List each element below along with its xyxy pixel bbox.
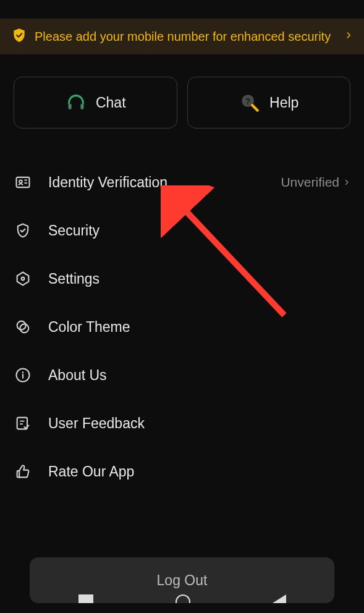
security-item[interactable]: Security [14,206,350,255]
menu-label: User Feedback [48,415,350,432]
help-label: Help [269,95,298,111]
back-icon[interactable] [273,594,286,603]
identity-status: Unverified [281,175,350,190]
menu-label: About Us [48,367,350,384]
menu-label: Identity Verification [48,174,265,191]
id-card-icon [14,173,32,192]
overlap-circles-icon [14,318,32,336]
svg-rect-18 [17,418,27,429]
chat-button[interactable]: Chat [14,77,177,129]
rate-app-item[interactable]: Rate Our App [14,447,350,496]
home-icon[interactable] [176,594,190,603]
chevron-right-icon [344,31,353,42]
recent-apps-icon[interactable] [78,594,93,603]
svg-text:?: ? [245,96,251,106]
identity-verification-item[interactable]: Identity Verification Unverified [14,158,350,206]
svg-point-12 [22,277,25,281]
help-search-icon: ? [239,91,261,114]
headphones-icon [65,91,87,114]
settings-menu: Identity Verification Unverified Securit… [0,147,364,496]
settings-item[interactable]: Settings [14,255,350,303]
chevron-right-icon [343,179,350,186]
svg-rect-7 [17,177,30,187]
about-us-item[interactable]: About Us [14,351,350,399]
menu-label: Security [48,222,350,239]
svg-rect-2 [69,104,71,109]
logout-section: Log Out [0,557,364,603]
banner-text: Please add your mobile number for enhanc… [35,30,337,44]
svg-line-6 [252,105,258,111]
shield-check-icon [11,27,27,46]
menu-label: Rate Our App [48,463,350,480]
help-button[interactable]: ? Help [187,77,351,129]
actions-row: Chat ? Help [0,54,364,147]
chat-label: Chat [96,95,126,111]
note-check-icon [14,414,32,433]
android-nav-bar [0,590,364,603]
svg-rect-3 [81,104,83,109]
thumbs-up-icon [14,462,32,481]
status-text: Unverified [281,175,339,190]
hexagon-icon [14,269,32,288]
info-icon [14,366,32,384]
svg-marker-11 [17,273,29,285]
security-banner[interactable]: Please add your mobile number for enhanc… [0,19,364,54]
shield-icon [14,221,32,240]
menu-label: Settings [48,271,350,287]
user-feedback-item[interactable]: User Feedback [14,399,350,447]
status-bar [0,0,364,19]
menu-label: Color Theme [48,319,350,336]
svg-point-8 [19,180,22,184]
color-theme-item[interactable]: Color Theme [14,303,350,351]
